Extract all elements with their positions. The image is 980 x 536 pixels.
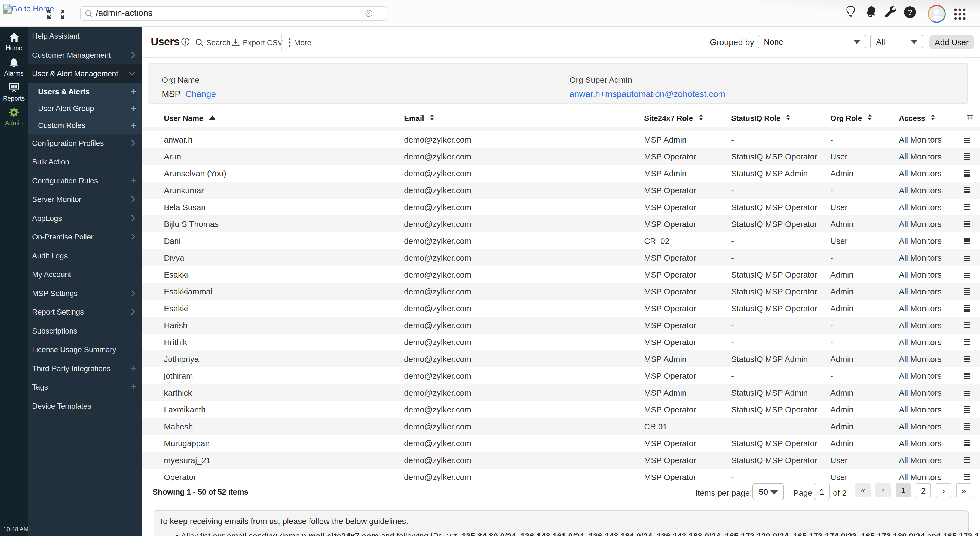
svg-text:?: ? [908,8,913,17]
